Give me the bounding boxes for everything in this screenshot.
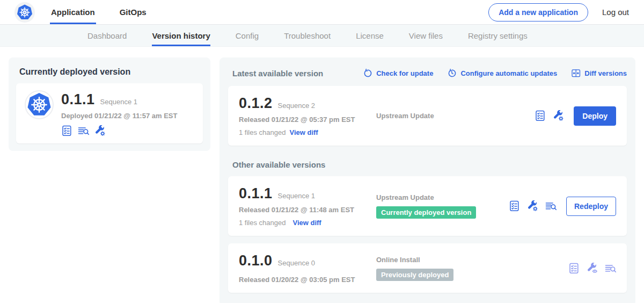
check-for-update-link[interactable]: Check for update: [363, 69, 433, 78]
release-notes-icon[interactable]: [568, 263, 580, 274]
source-label: Upstream Update: [376, 112, 535, 120]
deployed-version-number: 0.1.1: [61, 91, 95, 108]
version-info: 0.1.1 Sequence 1 Released 01/21/22 @ 11:…: [239, 185, 376, 227]
version-card-actions: Redeploy: [509, 197, 616, 216]
sequence-label: Sequence 1: [278, 192, 315, 200]
version-card-0-1-0: 0.1.0 Sequence 0 Released 01/20/22 @ 03:…: [228, 243, 627, 293]
deployed-version-card: 0.1.1 Sequence 1 Deployed 01/21/22 @ 11:…: [16, 83, 203, 143]
app-logo: [14, 2, 35, 23]
check-for-update-label: Check for update: [376, 69, 433, 77]
main-content: Currently deployed version 0.1.1 Sequenc…: [0, 47, 644, 303]
edit-config-icon[interactable]: [527, 200, 538, 212]
view-config-icon[interactable]: [587, 263, 598, 274]
released-timestamp: Released 01/20/22 @ 03:05 pm EST: [239, 276, 376, 284]
source-label: Upstream Update: [376, 193, 509, 201]
version-info: 0.1.0 Sequence 0 Released 01/20/22 @ 03:…: [239, 252, 376, 284]
kubernetes-logo: [27, 92, 52, 117]
version-number: 0.1.1: [239, 185, 273, 202]
version-info: 0.1.2 Sequence 2 Released 01/21/22 @ 05:…: [239, 95, 376, 136]
configure-automatic-updates-link[interactable]: Configure automatic updates: [448, 69, 557, 78]
version-card-0-1-1: 0.1.1 Sequence 1 Released 01/21/22 @ 11:…: [228, 176, 627, 236]
logs-icon[interactable]: [78, 125, 89, 136]
subnav-license[interactable]: License: [356, 25, 384, 46]
currently-deployed-badge: Currently deployed version: [376, 206, 476, 219]
deployed-version-info: 0.1.1 Sequence 1 Deployed 01/21/22 @ 11:…: [61, 90, 177, 136]
redeploy-button[interactable]: Redeploy: [566, 197, 616, 216]
other-versions-title: Other available versions: [232, 160, 627, 169]
configure-automatic-updates-label: Configure automatic updates: [460, 69, 557, 77]
subnav-version-history[interactable]: Version history: [152, 25, 210, 46]
subnav-config[interactable]: Config: [236, 25, 259, 46]
kubernetes-logo: [17, 4, 33, 20]
add-application-button[interactable]: Add a new application: [488, 3, 588, 21]
latest-version-header: Latest available version Check for updat…: [228, 63, 627, 83]
release-notes-icon[interactable]: [509, 200, 520, 212]
tab-application[interactable]: Application: [50, 0, 96, 24]
version-number: 0.1.2: [239, 95, 273, 112]
files-changed-label: 1 files changed: [239, 219, 286, 227]
source-label: Online Install: [376, 256, 568, 264]
version-card-actions: [568, 263, 616, 274]
header-right: Add a new application Log out: [488, 0, 629, 24]
sequence-label: Sequence 2: [278, 102, 315, 110]
logs-icon[interactable]: [605, 263, 616, 274]
logout-button[interactable]: Log out: [602, 8, 629, 17]
logs-icon[interactable]: [545, 200, 557, 212]
sequence-label: Sequence 0: [278, 259, 315, 267]
latest-version-title: Latest available version: [232, 69, 323, 78]
version-history-panel: Latest available version Check for updat…: [219, 57, 635, 303]
release-notes-icon[interactable]: [61, 125, 72, 136]
deployed-action-icons: [61, 125, 177, 136]
version-card-0-1-2: 0.1.2 Sequence 2 Released 01/21/22 @ 05:…: [228, 86, 627, 146]
deployed-app-logo: [25, 90, 54, 119]
diff-versions-label: Diff versions: [584, 69, 627, 77]
released-timestamp: Released 01/21/22 @ 11:48 am EST: [239, 206, 376, 214]
edit-config-icon[interactable]: [553, 110, 564, 121]
version-actions: Check for update Configure automatic upd…: [363, 69, 627, 78]
diff-icon: [572, 69, 581, 78]
top-header: Application GitOps Add a new application…: [0, 0, 644, 25]
edit-config-icon[interactable]: [94, 125, 106, 136]
subnav-registry-settings[interactable]: Registry settings: [468, 25, 528, 46]
auto-update-icon: [448, 69, 457, 78]
app-subnav: Dashboard Version history Config Trouble…: [0, 25, 644, 47]
version-number: 0.1.0: [239, 252, 273, 269]
check-update-icon: [363, 69, 372, 78]
version-card-actions: Deploy: [535, 106, 616, 126]
subnav-dashboard[interactable]: Dashboard: [87, 25, 127, 46]
subnav-troubleshoot[interactable]: Troubleshoot: [284, 25, 331, 46]
subnav-view-files[interactable]: View files: [409, 25, 443, 46]
deployed-timestamp: Deployed 01/21/22 @ 11:57 am EST: [61, 112, 177, 120]
header-tabs: Application GitOps: [50, 0, 170, 24]
version-source: Online Install Previously deployed: [376, 256, 568, 281]
diff-versions-link[interactable]: Diff versions: [572, 69, 627, 78]
release-notes-icon[interactable]: [535, 110, 546, 121]
files-changed-label: 1 files changed: [239, 128, 286, 136]
version-source: Upstream Update: [376, 112, 535, 120]
view-diff-link[interactable]: View diff: [292, 219, 321, 227]
currently-deployed-title: Currently deployed version: [19, 67, 203, 77]
released-timestamp: Released 01/21/22 @ 05:37 pm EST: [239, 116, 376, 124]
deployed-sequence-label: Sequence 1: [100, 98, 137, 106]
currently-deployed-panel: Currently deployed version 0.1.1 Sequenc…: [9, 57, 210, 151]
view-diff-link[interactable]: View diff: [289, 128, 318, 136]
tab-gitops[interactable]: GitOps: [119, 0, 148, 24]
deploy-button[interactable]: Deploy: [574, 106, 616, 126]
previously-deployed-badge: Previously deployed: [376, 269, 453, 281]
version-source: Upstream Update Currently deployed versi…: [376, 193, 509, 219]
